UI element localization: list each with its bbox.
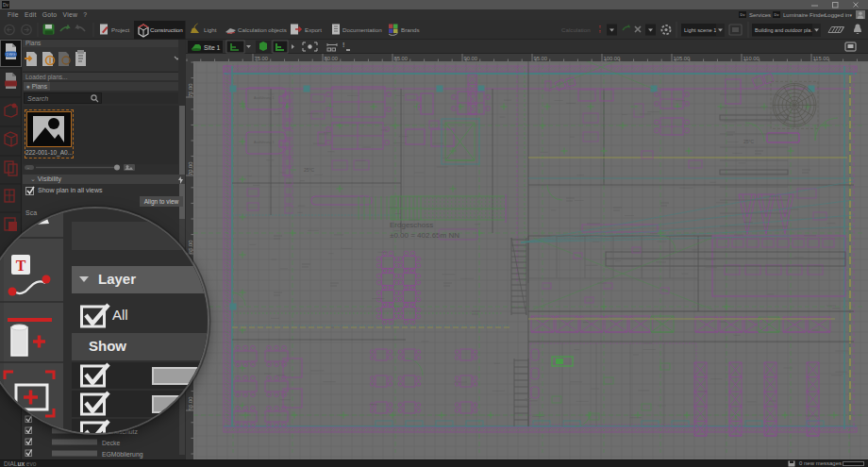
svg-text:Building and outdoor pla...: Building and outdoor pla... bbox=[755, 27, 815, 33]
svg-text:70.00: 70.00 bbox=[188, 161, 193, 175]
svg-text:!: ! bbox=[342, 42, 344, 48]
svg-text:Light scene 1: Light scene 1 bbox=[684, 27, 716, 33]
svg-text:Light: Light bbox=[204, 26, 217, 33]
svg-text:65.00: 65.00 bbox=[188, 240, 193, 254]
svg-text:Decke: Decke bbox=[102, 440, 120, 446]
svg-text:Construction: Construction bbox=[150, 26, 183, 33]
svg-text:Export: Export bbox=[305, 26, 322, 33]
svg-text:100.00: 100.00 bbox=[604, 56, 621, 61]
svg-text:Brands: Brands bbox=[401, 26, 420, 33]
svg-text:75.00: 75.00 bbox=[188, 83, 193, 97]
svg-text:55.00: 55.00 bbox=[188, 396, 193, 410]
svg-text:T: T bbox=[16, 258, 26, 274]
svg-text:80.00: 80.00 bbox=[325, 56, 339, 61]
svg-text:95.00: 95.00 bbox=[534, 56, 548, 61]
svg-text:105.00: 105.00 bbox=[674, 56, 691, 61]
svg-text:85.00: 85.00 bbox=[394, 56, 409, 61]
svg-text:110.00: 110.00 bbox=[743, 56, 760, 61]
svg-text:Site 1: Site 1 bbox=[204, 44, 221, 51]
svg-text:115.00: 115.00 bbox=[813, 56, 829, 61]
svg-text:Project: Project bbox=[111, 26, 130, 33]
svg-text:75.00: 75.00 bbox=[255, 56, 269, 61]
svg-text:Documentation: Documentation bbox=[342, 26, 382, 33]
svg-text:DWG: DWG bbox=[7, 52, 16, 57]
svg-text:-: - bbox=[27, 165, 29, 171]
svg-text:EGMöblierung: EGMöblierung bbox=[102, 451, 143, 459]
svg-text:Calculation: Calculation bbox=[561, 26, 591, 33]
svg-text:Calculation objects: Calculation objects bbox=[238, 26, 287, 33]
svg-text:90.00: 90.00 bbox=[464, 56, 478, 61]
